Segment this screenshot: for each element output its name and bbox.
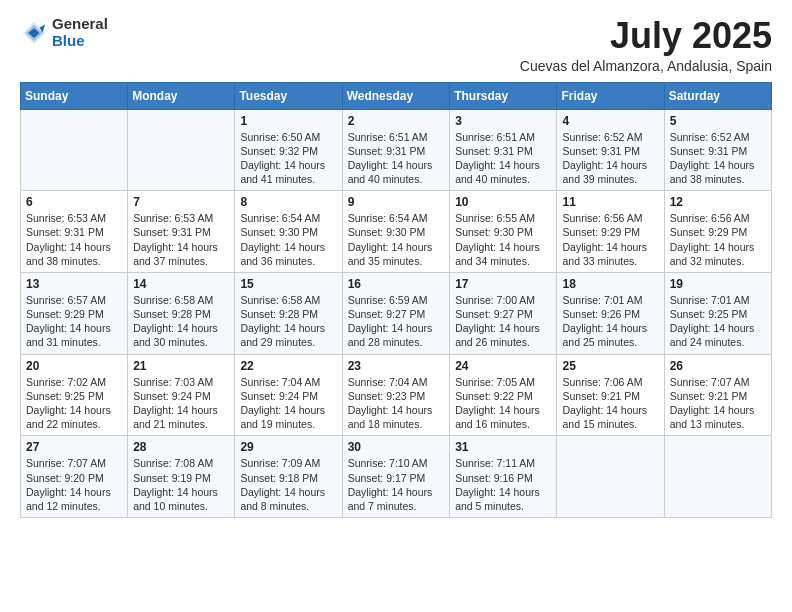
day-number: 11 (562, 195, 658, 209)
day-number: 5 (670, 114, 766, 128)
day-info: Sunrise: 7:11 AMSunset: 9:16 PMDaylight:… (455, 456, 551, 513)
calendar-cell: 22Sunrise: 7:04 AMSunset: 9:24 PMDayligh… (235, 354, 342, 436)
day-number: 16 (348, 277, 445, 291)
logo-text: General Blue (52, 16, 108, 49)
calendar-cell: 7Sunrise: 6:53 AMSunset: 9:31 PMDaylight… (128, 191, 235, 273)
calendar-cell: 18Sunrise: 7:01 AMSunset: 9:26 PMDayligh… (557, 272, 664, 354)
day-number: 30 (348, 440, 445, 454)
calendar-cell: 9Sunrise: 6:54 AMSunset: 9:30 PMDaylight… (342, 191, 450, 273)
calendar-cell: 14Sunrise: 6:58 AMSunset: 9:28 PMDayligh… (128, 272, 235, 354)
day-info: Sunrise: 6:58 AMSunset: 9:28 PMDaylight:… (240, 293, 336, 350)
calendar-cell: 23Sunrise: 7:04 AMSunset: 9:23 PMDayligh… (342, 354, 450, 436)
day-info: Sunrise: 7:05 AMSunset: 9:22 PMDaylight:… (455, 375, 551, 432)
day-info: Sunrise: 7:00 AMSunset: 9:27 PMDaylight:… (455, 293, 551, 350)
day-info: Sunrise: 6:55 AMSunset: 9:30 PMDaylight:… (455, 211, 551, 268)
day-info: Sunrise: 7:01 AMSunset: 9:26 PMDaylight:… (562, 293, 658, 350)
calendar-cell: 28Sunrise: 7:08 AMSunset: 9:19 PMDayligh… (128, 436, 235, 518)
day-info: Sunrise: 6:54 AMSunset: 9:30 PMDaylight:… (240, 211, 336, 268)
logo: General Blue (20, 16, 108, 49)
calendar-body: 1Sunrise: 6:50 AMSunset: 9:32 PMDaylight… (21, 109, 772, 517)
week-row-2: 6Sunrise: 6:53 AMSunset: 9:31 PMDaylight… (21, 191, 772, 273)
day-number: 24 (455, 359, 551, 373)
day-info: Sunrise: 7:09 AMSunset: 9:18 PMDaylight:… (240, 456, 336, 513)
header-row: SundayMondayTuesdayWednesdayThursdayFrid… (21, 82, 772, 109)
day-info: Sunrise: 6:59 AMSunset: 9:27 PMDaylight:… (348, 293, 445, 350)
day-number: 23 (348, 359, 445, 373)
day-info: Sunrise: 6:50 AMSunset: 9:32 PMDaylight:… (240, 130, 336, 187)
day-number: 6 (26, 195, 122, 209)
day-number: 29 (240, 440, 336, 454)
day-info: Sunrise: 6:52 AMSunset: 9:31 PMDaylight:… (562, 130, 658, 187)
day-number: 26 (670, 359, 766, 373)
day-info: Sunrise: 6:51 AMSunset: 9:31 PMDaylight:… (455, 130, 551, 187)
logo-general-label: General (52, 16, 108, 33)
title-block: July 2025 Cuevas del Almanzora, Andalusi… (520, 16, 772, 74)
day-number: 8 (240, 195, 336, 209)
day-info: Sunrise: 6:58 AMSunset: 9:28 PMDaylight:… (133, 293, 229, 350)
logo-icon (20, 19, 48, 47)
calendar-cell: 12Sunrise: 6:56 AMSunset: 9:29 PMDayligh… (664, 191, 771, 273)
day-number: 1 (240, 114, 336, 128)
calendar-cell: 8Sunrise: 6:54 AMSunset: 9:30 PMDaylight… (235, 191, 342, 273)
calendar-cell (664, 436, 771, 518)
calendar-table: SundayMondayTuesdayWednesdayThursdayFrid… (20, 82, 772, 518)
day-info: Sunrise: 6:56 AMSunset: 9:29 PMDaylight:… (670, 211, 766, 268)
month-title: July 2025 (520, 16, 772, 56)
day-info: Sunrise: 7:04 AMSunset: 9:24 PMDaylight:… (240, 375, 336, 432)
day-info: Sunrise: 6:57 AMSunset: 9:29 PMDaylight:… (26, 293, 122, 350)
day-info: Sunrise: 6:56 AMSunset: 9:29 PMDaylight:… (562, 211, 658, 268)
day-info: Sunrise: 7:02 AMSunset: 9:25 PMDaylight:… (26, 375, 122, 432)
calendar-cell: 30Sunrise: 7:10 AMSunset: 9:17 PMDayligh… (342, 436, 450, 518)
header-day-friday: Friday (557, 82, 664, 109)
calendar-cell: 11Sunrise: 6:56 AMSunset: 9:29 PMDayligh… (557, 191, 664, 273)
day-info: Sunrise: 7:07 AMSunset: 9:20 PMDaylight:… (26, 456, 122, 513)
header-day-monday: Monday (128, 82, 235, 109)
calendar-cell: 3Sunrise: 6:51 AMSunset: 9:31 PMDaylight… (450, 109, 557, 191)
day-number: 22 (240, 359, 336, 373)
header-day-saturday: Saturday (664, 82, 771, 109)
calendar-cell: 1Sunrise: 6:50 AMSunset: 9:32 PMDaylight… (235, 109, 342, 191)
calendar-cell (21, 109, 128, 191)
header-day-tuesday: Tuesday (235, 82, 342, 109)
day-number: 19 (670, 277, 766, 291)
day-info: Sunrise: 6:51 AMSunset: 9:31 PMDaylight:… (348, 130, 445, 187)
logo-blue-label: Blue (52, 33, 108, 50)
day-number: 2 (348, 114, 445, 128)
calendar-cell: 31Sunrise: 7:11 AMSunset: 9:16 PMDayligh… (450, 436, 557, 518)
calendar-cell: 10Sunrise: 6:55 AMSunset: 9:30 PMDayligh… (450, 191, 557, 273)
day-number: 18 (562, 277, 658, 291)
day-number: 4 (562, 114, 658, 128)
calendar-cell: 17Sunrise: 7:00 AMSunset: 9:27 PMDayligh… (450, 272, 557, 354)
calendar-cell: 29Sunrise: 7:09 AMSunset: 9:18 PMDayligh… (235, 436, 342, 518)
calendar-cell: 6Sunrise: 6:53 AMSunset: 9:31 PMDaylight… (21, 191, 128, 273)
week-row-4: 20Sunrise: 7:02 AMSunset: 9:25 PMDayligh… (21, 354, 772, 436)
calendar-cell: 2Sunrise: 6:51 AMSunset: 9:31 PMDaylight… (342, 109, 450, 191)
calendar-cell (128, 109, 235, 191)
page-header: General Blue July 2025 Cuevas del Almanz… (20, 16, 772, 74)
calendar-cell: 24Sunrise: 7:05 AMSunset: 9:22 PMDayligh… (450, 354, 557, 436)
calendar-cell: 26Sunrise: 7:07 AMSunset: 9:21 PMDayligh… (664, 354, 771, 436)
day-info: Sunrise: 6:53 AMSunset: 9:31 PMDaylight:… (133, 211, 229, 268)
calendar-header: SundayMondayTuesdayWednesdayThursdayFrid… (21, 82, 772, 109)
calendar-cell: 15Sunrise: 6:58 AMSunset: 9:28 PMDayligh… (235, 272, 342, 354)
calendar-cell: 20Sunrise: 7:02 AMSunset: 9:25 PMDayligh… (21, 354, 128, 436)
calendar-cell: 16Sunrise: 6:59 AMSunset: 9:27 PMDayligh… (342, 272, 450, 354)
day-info: Sunrise: 7:10 AMSunset: 9:17 PMDaylight:… (348, 456, 445, 513)
day-info: Sunrise: 7:08 AMSunset: 9:19 PMDaylight:… (133, 456, 229, 513)
day-number: 31 (455, 440, 551, 454)
calendar-cell: 19Sunrise: 7:01 AMSunset: 9:25 PMDayligh… (664, 272, 771, 354)
day-info: Sunrise: 7:03 AMSunset: 9:24 PMDaylight:… (133, 375, 229, 432)
header-day-thursday: Thursday (450, 82, 557, 109)
week-row-3: 13Sunrise: 6:57 AMSunset: 9:29 PMDayligh… (21, 272, 772, 354)
day-number: 14 (133, 277, 229, 291)
day-number: 9 (348, 195, 445, 209)
day-info: Sunrise: 7:04 AMSunset: 9:23 PMDaylight:… (348, 375, 445, 432)
day-number: 10 (455, 195, 551, 209)
day-info: Sunrise: 7:06 AMSunset: 9:21 PMDaylight:… (562, 375, 658, 432)
day-info: Sunrise: 7:07 AMSunset: 9:21 PMDaylight:… (670, 375, 766, 432)
day-info: Sunrise: 6:53 AMSunset: 9:31 PMDaylight:… (26, 211, 122, 268)
day-info: Sunrise: 6:52 AMSunset: 9:31 PMDaylight:… (670, 130, 766, 187)
header-day-sunday: Sunday (21, 82, 128, 109)
day-info: Sunrise: 7:01 AMSunset: 9:25 PMDaylight:… (670, 293, 766, 350)
day-number: 21 (133, 359, 229, 373)
